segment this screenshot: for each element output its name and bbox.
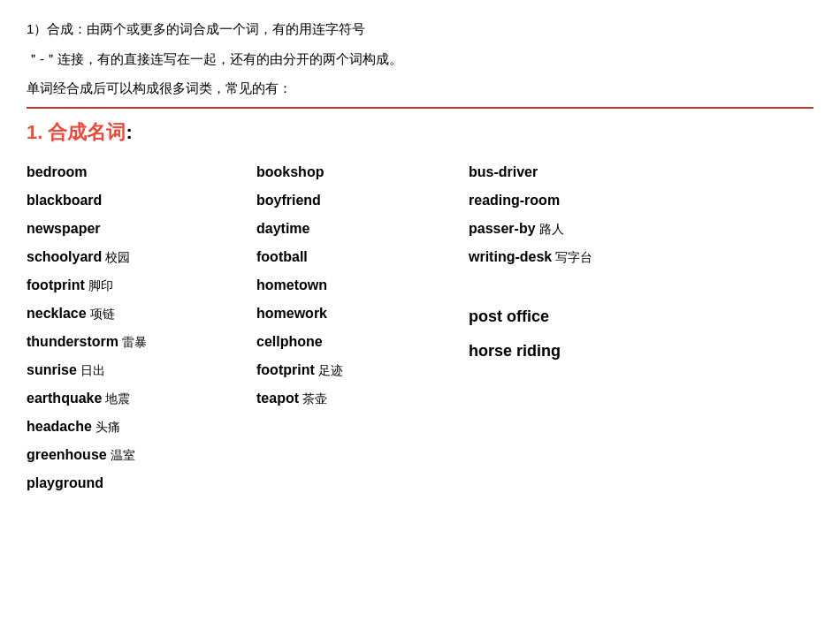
list-item: homework: [256, 300, 469, 328]
list-item: sunrise 日出: [27, 356, 256, 384]
list-item: schoolyard 校园: [27, 243, 256, 271]
list-item: horse riding: [469, 334, 699, 369]
intro-block: 1）合成：由两个或更多的词合成一个词，有的用连字符号 ＂-＂连接，有的直接连写在…: [27, 18, 813, 100]
list-item: hometown: [256, 271, 469, 300]
section-number: 1.: [27, 121, 42, 143]
column-2: bookshop boyfriend daytime football home…: [256, 158, 469, 413]
list-item: playground: [27, 469, 256, 497]
list-item: blackboard: [27, 186, 256, 215]
list-item: boyfriend: [256, 186, 469, 215]
list-item: bedroom: [27, 158, 256, 186]
list-item: passer-by 路人: [469, 215, 699, 243]
list-item: football: [256, 243, 469, 271]
list-item: reading-room: [469, 186, 699, 215]
intro-line2: ＂-＂连接，有的直接连写在一起，还有的由分开的两个词构成。: [27, 48, 813, 71]
section-title: 1. 合成名词:: [27, 119, 813, 146]
section-title-colon: :: [126, 121, 132, 143]
list-item: earthquake 地震: [27, 384, 256, 413]
column-1: bedroom blackboard newspaper schoolyard …: [27, 158, 256, 497]
intro-line3: 单词经合成后可以构成很多词类，常见的有：: [27, 77, 813, 100]
list-item: thunderstorm 雷暴: [27, 328, 256, 356]
list-item: teapot 茶壶: [256, 384, 469, 413]
section-divider: [27, 107, 813, 109]
list-item: footprint 脚印: [27, 271, 256, 300]
list-item: daytime: [256, 215, 469, 243]
spacer: [469, 271, 699, 300]
list-item: cellphone: [256, 328, 469, 356]
list-item: headache 头痛: [27, 413, 256, 441]
column-3: bus-driver reading-room passer-by 路人 wri…: [469, 158, 699, 369]
intro-line1: 1）合成：由两个或更多的词合成一个词，有的用连字符号: [27, 18, 813, 41]
list-item: newspaper: [27, 215, 256, 243]
word-columns: bedroom blackboard newspaper schoolyard …: [27, 158, 813, 497]
list-item: greenhouse 温室: [27, 441, 256, 469]
list-item: post office: [469, 300, 699, 335]
section-title-red: 合成名词: [48, 121, 126, 143]
list-item: bookshop: [256, 158, 469, 186]
list-item: necklace 项链: [27, 300, 256, 328]
list-item: bus-driver: [469, 158, 699, 186]
list-item: writing-desk 写字台: [469, 243, 699, 271]
list-item: footprint 足迹: [256, 356, 469, 384]
